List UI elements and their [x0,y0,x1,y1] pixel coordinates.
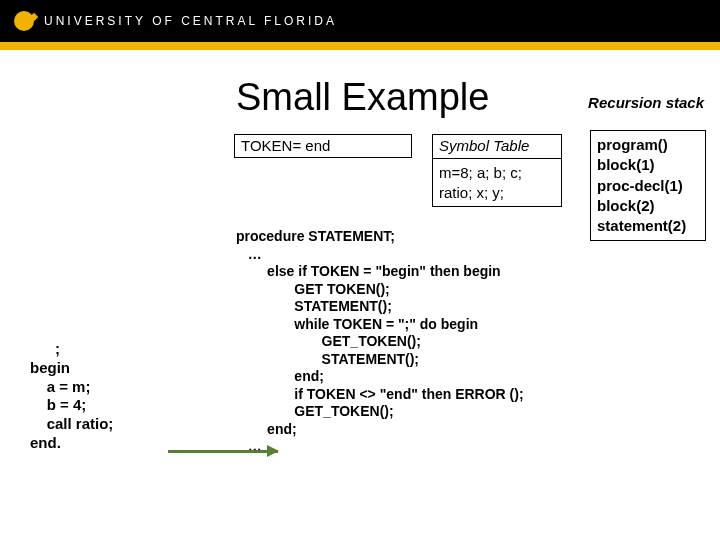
token-box: TOKEN= end [234,134,412,158]
institution-name: UNIVERSITY OF CENTRAL FLORIDA [44,14,337,28]
stack-frame: block(1) [597,155,699,175]
source-snippet: ; begin a = m; b = 4; call ratio; end. [30,340,113,453]
arrow-line [168,450,278,453]
stack-frame: program() [597,135,699,155]
symbol-table-body: m=8; a; b; c; ratio; x; y; [432,158,562,207]
slide-title: Small Example [236,76,489,119]
header-bar: UNIVERSITY OF CENTRAL FLORIDA [0,0,720,42]
arrow-head-icon [267,445,279,457]
procedure-code: procedure STATEMENT; … else if TOKEN = "… [236,228,524,456]
gold-divider [0,42,720,50]
recursion-stack-box: program() block(1) proc-decl(1) block(2)… [590,130,706,241]
pointer-arrow [168,450,278,453]
recursion-stack-heading: Recursion stack [588,94,704,111]
symbol-table-header: Symbol Table [432,134,562,158]
stack-frame: proc-decl(1) [597,176,699,196]
stack-frame: statement(2) [597,216,699,236]
slide-content: Small Example Recursion stack TOKEN= end… [0,50,720,540]
stack-frame: block(2) [597,196,699,216]
ucf-pegasus-icon [14,11,34,31]
